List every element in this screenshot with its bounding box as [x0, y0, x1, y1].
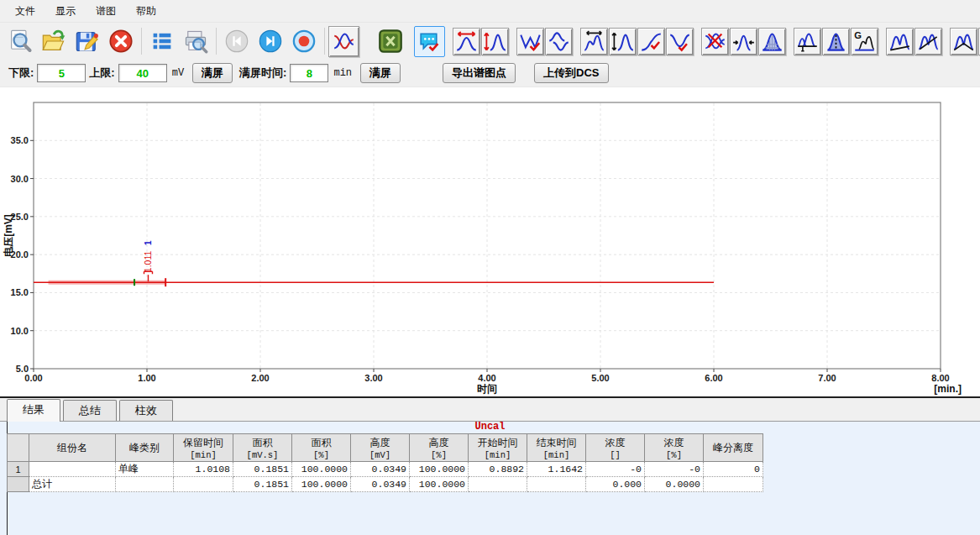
table-cell[interactable]: [116, 477, 174, 492]
table-cell[interactable]: 0: [704, 462, 763, 477]
svg-text:G: G: [854, 30, 862, 40]
set-baseline-icon: [796, 30, 819, 53]
table-cell[interactable]: [527, 477, 586, 492]
open-file-button[interactable]: [37, 24, 71, 58]
manual-peak-height-button[interactable]: [609, 28, 637, 55]
valley-to-valley-button[interactable]: [950, 28, 977, 55]
svg-text:4.00: 4.00: [478, 373, 495, 383]
accept-rising-edge-icon: [640, 30, 663, 53]
save-icon: [75, 29, 100, 54]
annotation-toggle-icon: [418, 30, 441, 53]
split-peak-icon: [825, 30, 847, 53]
merge-peaks-button[interactable]: [730, 28, 757, 55]
calibration-status: Uncal: [0, 422, 980, 433]
results-content: Uncal 组份名峰类别保留时间[min]面积[mV.s]面积[%]高度[mV]…: [0, 422, 980, 535]
skim-baseline-button[interactable]: [886, 28, 914, 55]
record-icon: [291, 29, 317, 54]
spectrum-curves-button[interactable]: [328, 26, 359, 57]
export-excel-button[interactable]: [374, 24, 407, 58]
table-cell[interactable]: 0.0349: [351, 462, 410, 477]
column-header: 高度[mV]: [351, 434, 410, 462]
fullscreen-time-button[interactable]: 满屏: [360, 63, 401, 83]
chart-canvas[interactable]: 5.010.015.020.025.030.035.00.001.002.003…: [0, 87, 980, 396]
peak-height-adjust-button[interactable]: [481, 28, 509, 55]
fulltime-input[interactable]: [290, 64, 328, 82]
set-baseline-button[interactable]: [794, 28, 821, 55]
table-cell[interactable]: 0.1851: [233, 462, 292, 477]
annotation-toggle-button[interactable]: [414, 26, 445, 57]
svg-text:0.00: 0.00: [24, 373, 42, 383]
preview-button[interactable]: [3, 24, 37, 58]
skip-start-icon: [224, 29, 249, 54]
results-tab-bar: 结果 总结 柱效: [0, 398, 980, 422]
tab-summary[interactable]: 总结: [63, 400, 117, 421]
baseline-w-correction-button[interactable]: [516, 28, 544, 55]
column-header: 开始时间[min]: [469, 434, 527, 462]
row-index-cell[interactable]: 1: [8, 462, 29, 477]
fullscreen-mv-button[interactable]: 满屏: [192, 63, 233, 83]
peak-list-icon: [149, 29, 175, 54]
app-window: 文件 显示 谱图 帮助: [0, 0, 980, 535]
table-cell[interactable]: -0: [645, 462, 704, 477]
record-button[interactable]: [287, 24, 321, 58]
table-cell[interactable]: [174, 477, 233, 492]
upper-limit-input[interactable]: [118, 64, 167, 82]
table-cell[interactable]: 1.1642: [527, 462, 586, 477]
tab-results[interactable]: 结果: [7, 399, 60, 422]
lower-limit-input[interactable]: [37, 64, 86, 82]
chromatogram-chart[interactable]: 5.010.015.020.025.030.035.00.001.002.003…: [0, 87, 980, 396]
skip-start-button[interactable]: [220, 24, 254, 58]
positive-negative-peak-button[interactable]: [545, 28, 573, 55]
export-points-button[interactable]: 导出谱图点: [443, 63, 516, 83]
menu-display[interactable]: 显示: [45, 1, 86, 22]
reject-peak-icon: [704, 30, 726, 53]
peak-area-fill-button[interactable]: [758, 28, 786, 55]
table-cell[interactable]: 0.000: [586, 477, 645, 492]
svg-text:1.011: 1.011: [143, 251, 153, 273]
table-cell[interactable]: [704, 477, 763, 492]
table-cell[interactable]: 100.0000: [410, 477, 469, 492]
accept-falling-edge-button[interactable]: [666, 28, 694, 55]
column-header: 浓度[]: [586, 434, 645, 462]
group-calculation-button[interactable]: G: [851, 28, 878, 55]
table-cell[interactable]: [469, 477, 527, 492]
table-cell[interactable]: 0.0000: [645, 477, 704, 492]
table-cell[interactable]: 0.0349: [351, 477, 410, 492]
table-cell[interactable]: [29, 462, 116, 477]
peak-width-adjust-button[interactable]: [453, 28, 480, 55]
results-panel: 结果 总结 柱效 Uncal 组份名峰类别保留时间[min]面积[mV.s]面积…: [0, 396, 980, 535]
peak-area-fill-icon: [761, 30, 783, 53]
tab-column-efficiency[interactable]: 柱效: [119, 400, 173, 421]
table-cell[interactable]: 单峰: [116, 462, 174, 477]
peak-list-button[interactable]: [145, 24, 179, 58]
table-cell[interactable]: 总计: [29, 477, 116, 492]
manual-peak-width-button[interactable]: [580, 28, 608, 55]
split-peak-button[interactable]: [822, 28, 850, 55]
table-cell[interactable]: 1.0108: [174, 462, 233, 477]
accept-rising-edge-button[interactable]: [637, 28, 665, 55]
upload-dcs-button[interactable]: 上传到DCS: [534, 63, 608, 83]
column-header: 面积[%]: [292, 434, 351, 462]
svg-text:1.00: 1.00: [138, 373, 155, 383]
column-header: 峰类别: [116, 434, 174, 462]
table-cell[interactable]: 0.8892: [469, 462, 527, 477]
row-index-cell[interactable]: [8, 477, 29, 492]
table-row[interactable]: 1单峰1.01080.1851100.00000.0349100.00000.8…: [8, 462, 763, 477]
menu-file[interactable]: 文件: [5, 1, 45, 22]
table-cell[interactable]: 100.0000: [410, 462, 469, 477]
print-preview-button[interactable]: [179, 24, 212, 58]
save-button[interactable]: [71, 24, 104, 58]
close-button[interactable]: [104, 24, 138, 58]
table-cell[interactable]: 0.1851: [233, 477, 292, 492]
skip-end-button[interactable]: [254, 24, 287, 58]
table-cell[interactable]: -0: [586, 462, 645, 477]
table-cell[interactable]: 100.0000: [292, 462, 351, 477]
menu-spectrum[interactable]: 谱图: [86, 1, 126, 22]
tangent-baseline-button[interactable]: [914, 28, 942, 55]
reject-peak-button[interactable]: [701, 28, 729, 55]
svg-text:3.00: 3.00: [364, 373, 382, 383]
table-cell[interactable]: 100.0000: [292, 477, 351, 492]
results-table[interactable]: 组份名峰类别保留时间[min]面积[mV.s]面积[%]高度[mV]高度[%]开…: [7, 433, 763, 492]
table-row[interactable]: 总计0.1851100.00000.0349100.00000.0000.000…: [8, 477, 763, 492]
menu-help[interactable]: 帮助: [126, 1, 166, 22]
